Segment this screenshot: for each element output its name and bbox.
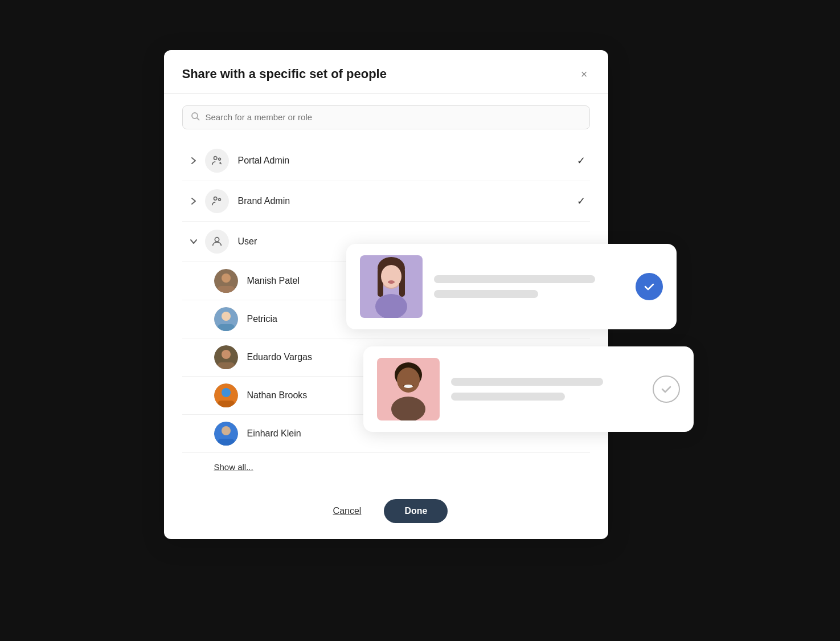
card-line-2: [434, 290, 539, 298]
chevron-right-icon-2: [187, 194, 200, 208]
card-line-1: [434, 275, 596, 283]
avatar-petricia: [214, 307, 238, 331]
card-line-3: [451, 378, 603, 386]
svg-point-8: [222, 273, 231, 283]
chevron-down-icon: [187, 235, 200, 248]
brand-admin-icon: [205, 189, 229, 213]
svg-point-3: [218, 158, 220, 160]
svg-point-14: [222, 350, 231, 359]
card-lines-female: [434, 275, 624, 298]
svg-point-5: [218, 198, 220, 201]
user-role-icon: [205, 230, 229, 254]
svg-point-6: [215, 237, 219, 241]
svg-rect-12: [218, 324, 235, 331]
card-check-female[interactable]: [636, 273, 663, 300]
person-card-male[interactable]: [363, 346, 694, 432]
svg-point-31: [391, 397, 425, 420]
dialog-footer: Cancel Done: [164, 488, 608, 539]
avatar-nathan: [214, 383, 238, 407]
svg-point-28: [388, 280, 395, 284]
svg-point-20: [222, 426, 231, 435]
brand-admin-check: ✓: [577, 195, 585, 207]
search-input[interactable]: [206, 112, 581, 122]
svg-rect-21: [218, 439, 235, 446]
search-icon: [191, 112, 200, 123]
svg-point-30: [397, 368, 420, 393]
list-item-portal-admin[interactable]: Portal Admin ✓: [182, 141, 590, 181]
card-lines-male: [451, 378, 641, 401]
done-button[interactable]: Done: [384, 499, 448, 523]
avatar-einhard: [214, 422, 238, 446]
svg-point-32: [404, 385, 413, 388]
svg-point-11: [222, 312, 231, 321]
chevron-right-icon: [187, 154, 200, 168]
person-photo-female: [360, 255, 423, 318]
person-photo-male: [377, 358, 440, 420]
svg-point-26: [381, 265, 401, 288]
search-container[interactable]: [182, 105, 590, 129]
brand-admin-label: Brand Admin: [238, 196, 577, 206]
card-line-4: [451, 393, 565, 401]
svg-rect-15: [218, 362, 235, 369]
avatar-eduardo: [214, 345, 238, 369]
close-button[interactable]: ×: [579, 66, 590, 82]
dialog-title: Share with a specific set of people: [182, 67, 387, 81]
svg-point-27: [375, 294, 407, 318]
card-check-male[interactable]: [653, 375, 680, 403]
portal-admin-icon: [205, 149, 229, 173]
list-item-brand-admin[interactable]: Brand Admin ✓: [182, 181, 590, 222]
person-card-female[interactable]: [346, 244, 677, 329]
portal-admin-check: ✓: [577, 154, 585, 167]
svg-point-4: [214, 197, 217, 200]
svg-rect-18: [218, 401, 235, 407]
cancel-button[interactable]: Cancel: [324, 500, 371, 522]
svg-point-2: [214, 156, 217, 160]
svg-point-17: [222, 388, 231, 397]
show-all-link[interactable]: Show all...: [182, 453, 590, 476]
dialog-header: Share with a specific set of people ×: [164, 50, 608, 94]
avatar-manish: [214, 269, 238, 293]
svg-rect-9: [218, 286, 235, 293]
portal-admin-label: Portal Admin: [238, 156, 577, 166]
svg-line-1: [197, 118, 199, 120]
